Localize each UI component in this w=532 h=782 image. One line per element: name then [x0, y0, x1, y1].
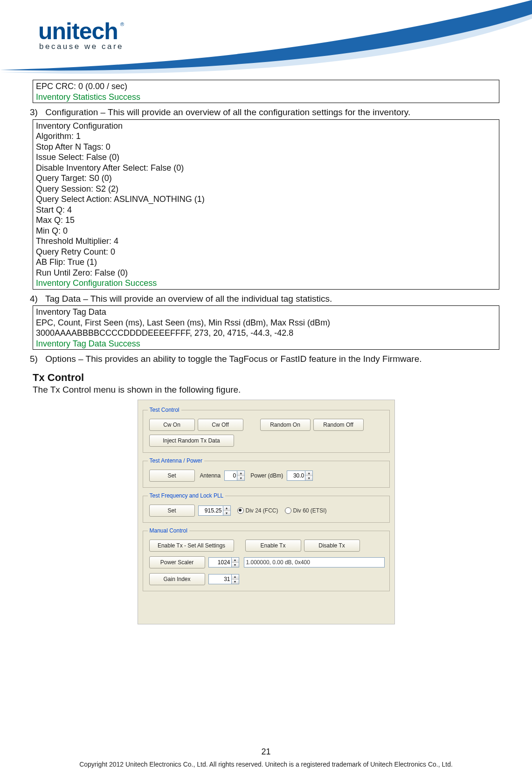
text-line: EPC CRC: 0 (0.00 / sec) [36, 81, 496, 92]
chevron-down-icon[interactable]: ▼ [232, 563, 239, 567]
status-line: Inventory Statistics Success [36, 92, 496, 103]
group-manual-control: Manual Control Enable Tx - Set All Setti… [143, 527, 390, 591]
group-legend: Test Frequency and Lock PLL [148, 492, 226, 499]
cfg-row: Max Q: 15 [36, 215, 496, 226]
enable-tx-all-button[interactable]: Enable Tx - Set All Settings [149, 540, 234, 552]
gain-index-input[interactable] [209, 574, 231, 584]
power-scaler-button[interactable]: Power Scaler [149, 556, 205, 568]
item-number: 3) [30, 107, 43, 118]
copyright-text: Copyright 2012 Unitech Electronics Co., … [0, 761, 532, 768]
chevron-down-icon[interactable]: ▼ [223, 511, 230, 516]
status-line: Inventory Tag Data Success [36, 339, 496, 349]
item-options: 5) Options – This provides an ability to… [43, 353, 499, 365]
cfg-row: Run Until Zero: False (0) [36, 268, 496, 278]
box-inventory-config: Inventory Configuration Algorithm: 1 Sto… [33, 119, 499, 290]
radio-label: Div 60 (ETSI) [293, 507, 327, 514]
antenna-label: Antenna [200, 472, 221, 479]
cfg-row: Query Retry Count: 0 [36, 247, 496, 257]
content-area: EPC CRC: 0 (0.00 / sec) Inventory Statis… [0, 80, 532, 624]
chevron-down-icon[interactable]: ▼ [305, 476, 312, 481]
power-scaler-readout: 1.000000, 0.00 dB, 0x400 [244, 557, 385, 567]
data-row: 3000AAAABBBBCCCCDDDDEEEEFFFF, 273, 20, 4… [36, 328, 496, 339]
group-antenna-power: Test Antenna / Power Set Antenna ▲▼ Powe… [143, 457, 390, 488]
antenna-input[interactable] [225, 471, 237, 480]
power-label: Power (dBm) [250, 472, 283, 479]
disable-tx-button[interactable]: Disable Tx [304, 540, 360, 552]
power-input[interactable] [287, 471, 305, 480]
radio-div24[interactable]: Div 24 (FCC) [237, 507, 278, 514]
cfg-row: Query Target: S0 (0) [36, 173, 496, 184]
cfg-row: Issue Select: False (0) [36, 152, 496, 163]
cfg-row: Disable Inventory After Select: False (0… [36, 163, 496, 173]
item-number: 5) [30, 353, 43, 365]
cfg-row: Min Q: 0 [36, 226, 496, 236]
box-epc-crc: EPC CRC: 0 (0.00 / sec) Inventory Statis… [33, 80, 499, 103]
box-title: Inventory Tag Data [36, 307, 496, 318]
item-body: Configuration – This will provide an ove… [45, 107, 410, 117]
power-scaler-stepper[interactable]: ▲▼ [208, 557, 239, 567]
chevron-up-icon[interactable]: ▲ [237, 471, 244, 476]
power-stepper[interactable]: ▲▼ [287, 471, 313, 481]
page-number: 21 [0, 747, 532, 757]
group-legend: Test Control [148, 407, 181, 413]
cfg-row: Start Q: 4 [36, 205, 496, 215]
radio-label: Div 24 (FCC) [246, 507, 278, 514]
group-legend: Manual Control [148, 527, 189, 534]
item-configuration: 3) Configuration – This will provide an … [43, 107, 499, 118]
chevron-down-icon[interactable]: ▼ [232, 580, 239, 584]
freq-input[interactable] [199, 506, 223, 515]
logo-tagline: because we care [39, 42, 124, 51]
radio-icon [285, 507, 291, 514]
power-scaler-input[interactable] [209, 558, 231, 567]
chevron-up-icon[interactable]: ▲ [232, 574, 239, 580]
logo-brand: unitech [38, 18, 118, 44]
tx-control-intro: The Tx Control menu is shown in the foll… [33, 385, 499, 395]
cfg-row: Query Session: S2 (2) [36, 184, 496, 194]
item-body: Tag Data – This will provide an overview… [45, 294, 332, 304]
item-body: Options – This provides an ability to to… [45, 354, 421, 364]
chevron-up-icon[interactable]: ▲ [232, 558, 239, 563]
cw-on-button[interactable]: Cw On [149, 419, 195, 431]
random-off-button[interactable]: Random Off [313, 419, 364, 431]
tx-control-figure: Test Control Cw On Cw Off Random On Rand… [138, 400, 395, 624]
set-antenna-button[interactable]: Set [149, 470, 195, 482]
freq-stepper[interactable]: ▲▼ [198, 505, 231, 516]
cfg-row: Algorithm: 1 [36, 131, 496, 142]
group-freq-pll: Test Frequency and Lock PLL Set ▲▼ Div 2… [143, 492, 390, 523]
item-number: 4) [30, 293, 43, 305]
box-title: Inventory Configuration [36, 121, 496, 131]
inject-random-tx-button[interactable]: Inject Random Tx Data [149, 435, 234, 447]
gain-index-stepper[interactable]: ▲▼ [208, 574, 239, 584]
radio-div60[interactable]: Div 60 (ETSI) [285, 507, 327, 514]
status-line: Inventory Configuration Success [36, 278, 496, 289]
random-on-button[interactable]: Random On [260, 419, 311, 431]
gain-index-button[interactable]: Gain Index [149, 573, 205, 585]
cw-off-button[interactable]: Cw Off [198, 419, 243, 431]
cfg-row: Stop After N Tags: 0 [36, 142, 496, 152]
tx-control-heading: Tx Control [33, 372, 499, 384]
box-tag-data: Inventory Tag Data EPC, Count, First See… [33, 305, 499, 350]
set-freq-button[interactable]: Set [149, 505, 195, 517]
chevron-down-icon[interactable]: ▼ [237, 476, 244, 481]
chevron-up-icon[interactable]: ▲ [223, 506, 230, 511]
group-legend: Test Antenna / Power [148, 457, 204, 464]
item-tagdata: 4) Tag Data – This will provide an overv… [43, 293, 499, 305]
logo: unitech ® because we care [38, 18, 124, 51]
cfg-row: Query Select Action: ASLINVA_NOTHING (1) [36, 194, 496, 205]
radio-icon [237, 507, 244, 514]
page-header: unitech ® because we care [0, 0, 532, 79]
logo-trademark: ® [120, 21, 124, 27]
page: unitech ® because we care EPC CRC: 0 (0.… [0, 0, 532, 782]
cfg-row: AB Flip: True (1) [36, 257, 496, 268]
enable-tx-button[interactable]: Enable Tx [245, 540, 301, 552]
group-test-control: Test Control Cw On Cw Off Random On Rand… [143, 407, 390, 453]
antenna-stepper[interactable]: ▲▼ [224, 471, 245, 481]
cfg-row: Threshold Multiplier: 4 [36, 236, 496, 247]
header-row: EPC, Count, First Seen (ms), Last Seen (… [36, 318, 496, 328]
chevron-up-icon[interactable]: ▲ [305, 471, 312, 476]
